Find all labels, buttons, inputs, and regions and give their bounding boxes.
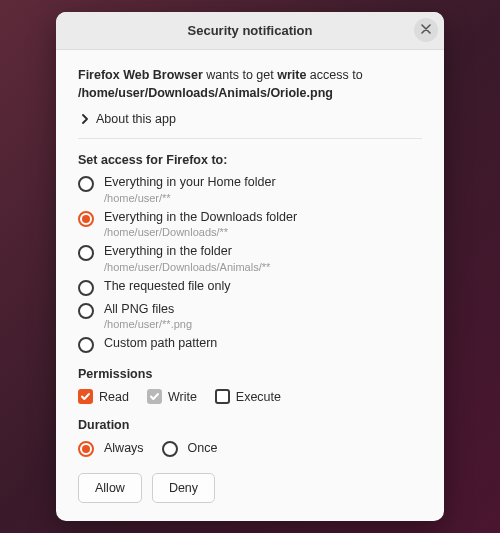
access-option-5[interactable]: Custom path pattern	[78, 336, 422, 353]
access-option-3[interactable]: The requested file only	[78, 279, 422, 296]
dialog-title: Security notification	[188, 23, 313, 38]
permissions-heading: Permissions	[78, 367, 422, 381]
access-option-0[interactable]: Everything in your Home folder/home/user…	[78, 175, 422, 204]
access-option-1[interactable]: Everything in the Downloads folder/home/…	[78, 210, 422, 239]
request-path: /home/user/Downloads/Animals/Oriole.png	[78, 86, 333, 100]
duration-option-always[interactable]: Always	[78, 440, 144, 457]
access-option-label: The requested file only	[104, 279, 230, 295]
permission-read[interactable]: Read	[78, 389, 129, 404]
allow-button[interactable]: Allow	[78, 473, 142, 503]
permissions-row: ReadWriteExecute	[78, 389, 422, 404]
access-option-label: Everything in the Downloads folder	[104, 210, 297, 226]
permission-label: Read	[99, 390, 129, 404]
dialog-content: Firefox Web Browser wants to get write a…	[56, 50, 444, 522]
request-access-type: write	[277, 68, 306, 82]
request-message: Firefox Web Browser wants to get write a…	[78, 66, 422, 102]
radio-icon	[78, 211, 94, 227]
checkbox-icon	[215, 389, 230, 404]
chevron-right-icon	[80, 114, 90, 124]
radio-icon	[78, 441, 94, 457]
access-option-path: /home/user/**	[104, 192, 276, 204]
titlebar: Security notification	[56, 12, 444, 50]
duration-label: Once	[188, 441, 218, 457]
access-radio-group: Everything in your Home folder/home/user…	[78, 175, 422, 354]
access-heading: Set access for Firefox to:	[78, 153, 422, 167]
about-this-app-expander[interactable]: About this app	[80, 112, 422, 126]
close-icon	[421, 22, 431, 37]
radio-icon	[78, 303, 94, 319]
action-buttons: Allow Deny	[78, 473, 422, 503]
about-label: About this app	[96, 112, 176, 126]
access-option-label: Custom path pattern	[104, 336, 217, 352]
checkbox-icon	[147, 389, 162, 404]
checkbox-icon	[78, 389, 93, 404]
deny-button[interactable]: Deny	[152, 473, 215, 503]
close-button[interactable]	[414, 18, 438, 42]
divider	[78, 138, 422, 139]
radio-icon	[162, 441, 178, 457]
access-option-path: /home/user/**.png	[104, 318, 192, 330]
duration-heading: Duration	[78, 418, 422, 432]
permission-write: Write	[147, 389, 197, 404]
permission-label: Execute	[236, 390, 281, 404]
access-option-label: All PNG files	[104, 302, 192, 318]
radio-icon	[78, 337, 94, 353]
radio-icon	[78, 176, 94, 192]
permission-execute[interactable]: Execute	[215, 389, 281, 404]
access-option-path: /home/user/Downloads/Animals/**	[104, 261, 270, 273]
access-option-path: /home/user/Downloads/**	[104, 226, 297, 238]
access-option-label: Everything in your Home folder	[104, 175, 276, 191]
radio-icon	[78, 280, 94, 296]
permission-label: Write	[168, 390, 197, 404]
access-option-4[interactable]: All PNG files/home/user/**.png	[78, 302, 422, 331]
radio-icon	[78, 245, 94, 261]
duration-option-once[interactable]: Once	[162, 440, 218, 457]
request-app-name: Firefox Web Browser	[78, 68, 203, 82]
security-dialog: Security notification Firefox Web Browse…	[56, 12, 444, 522]
access-option-label: Everything in the folder	[104, 244, 270, 260]
duration-label: Always	[104, 441, 144, 457]
access-option-2[interactable]: Everything in the folder/home/user/Downl…	[78, 244, 422, 273]
duration-row: AlwaysOnce	[78, 440, 422, 457]
